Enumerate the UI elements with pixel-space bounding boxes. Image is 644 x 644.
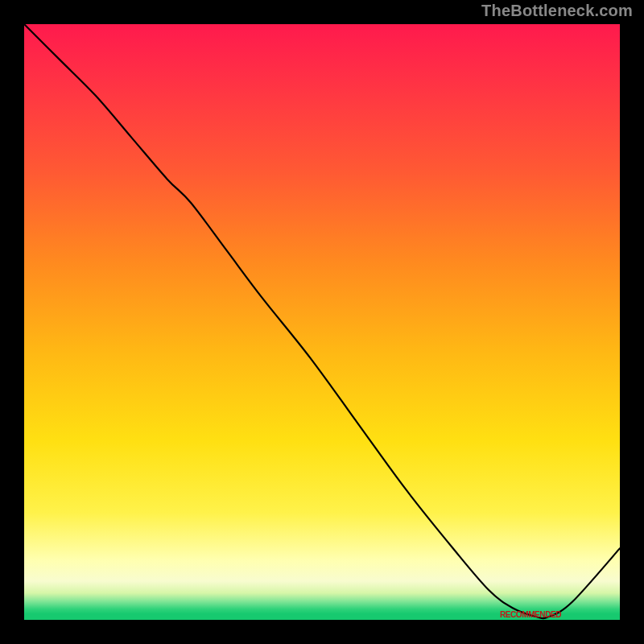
plot-area: RECOMMENDED [24,24,620,620]
bottleneck-curve [24,24,620,620]
recommended-marker: RECOMMENDED [500,609,561,618]
watermark-text: TheBottleneck.com [481,2,633,20]
chart-frame: TheBottleneck.com RECOMMENDED [0,0,644,644]
